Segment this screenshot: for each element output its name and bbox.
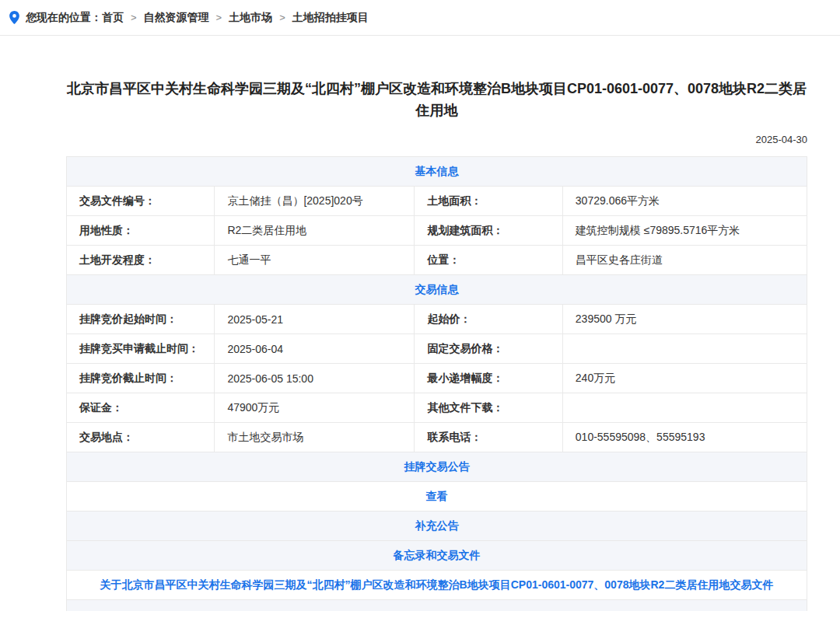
- breadcrumb-item[interactable]: 自然资源管理: [144, 11, 209, 23]
- section-header: 交易信息: [67, 275, 807, 305]
- breadcrumb-label: 您现在的位置：: [26, 11, 102, 25]
- link-cell: 关于北京市昌平区中关村生命科学园三期及“北四村”棚户区改造和环境整治B地块项目C…: [67, 571, 807, 600]
- field-label: 土地面积：: [415, 187, 562, 216]
- field-label: 土地开发程度：: [67, 246, 215, 275]
- field-value: 47900万元: [215, 393, 415, 423]
- link-cell: 查看: [67, 482, 807, 512]
- table-row: 挂牌竞价截止时间：2025-06-05 15:00最小递增幅度：240万元: [67, 364, 807, 393]
- breadcrumb-item[interactable]: 首页: [102, 11, 124, 23]
- field-label: 用地性质：: [67, 216, 215, 246]
- field-value: [562, 334, 807, 364]
- field-value: 30729.066平方米: [562, 187, 807, 216]
- link-row: 查看: [67, 482, 807, 512]
- publish-date: 2025-04-30: [66, 134, 807, 145]
- main-content: 北京市昌平区中关村生命科学园三期及“北四村”棚户区改造和环境整治B地块项目CP0…: [66, 36, 807, 611]
- field-label: 挂牌竞价截止时间：: [67, 364, 215, 393]
- section-header: 补充公告: [67, 512, 807, 541]
- field-value: 239500 万元: [562, 305, 807, 334]
- section-header: 基本信息: [67, 157, 807, 187]
- breadcrumb-separator: >: [279, 12, 285, 23]
- breadcrumb-item[interactable]: 土地招拍挂项目: [292, 11, 369, 23]
- section-row: 交易信息: [67, 275, 807, 305]
- section-row: 挂牌交易公告: [67, 452, 807, 482]
- section-row: 补充公告: [67, 512, 807, 541]
- breadcrumb-item[interactable]: 土地市场: [229, 11, 272, 23]
- section-row: 备忘录和交易文件: [67, 541, 807, 571]
- field-label: 其他文件下载：: [415, 393, 562, 423]
- breadcrumb-separator: >: [131, 12, 137, 23]
- field-label: 最小递增幅度：: [415, 364, 562, 393]
- field-label: 规划建筑面积：: [415, 216, 562, 246]
- field-label: 保证金：: [67, 393, 215, 423]
- field-value: 京土储挂（昌）[2025]020号: [215, 187, 415, 216]
- document-link[interactable]: 关于北京市昌平区中关村生命科学园三期及“北四村”棚户区改造和环境整治B地块项目C…: [100, 578, 774, 591]
- field-label: 挂牌竞价起始时间：: [67, 305, 215, 334]
- field-label: 起始价：: [415, 305, 562, 334]
- field-value: 2025-05-21: [215, 305, 415, 334]
- section-header: 备忘录和交易文件: [67, 541, 807, 571]
- field-value: 2025-06-04: [215, 334, 415, 364]
- field-label: 交易地点：: [67, 423, 215, 452]
- table-row: 挂牌竞买申请截止时间：2025-06-04固定交易价格：: [67, 334, 807, 364]
- table-row: 挂牌竞价起始时间：2025-05-21起始价：239500 万元: [67, 305, 807, 334]
- field-label: 联系电话：: [415, 423, 562, 452]
- breadcrumb-items: 首页>自然资源管理>土地市场>土地招拍挂项目: [102, 11, 369, 25]
- field-label: 挂牌竞买申请截止时间：: [67, 334, 215, 364]
- field-value: 240万元: [562, 364, 807, 393]
- breadcrumb: 您现在的位置： 首页>自然资源管理>土地市场>土地招拍挂项目: [0, 0, 840, 36]
- section-header: 挂牌交易公告: [67, 452, 807, 482]
- field-label: 固定交易价格：: [415, 334, 562, 364]
- info-table: 基本信息交易文件编号：京土储挂（昌）[2025]020号土地面积：30729.0…: [66, 156, 807, 600]
- link-row: 关于北京市昌平区中关村生命科学园三期及“北四村”棚户区改造和环境整治B地块项目C…: [67, 571, 807, 600]
- field-label: 交易文件编号：: [67, 187, 215, 216]
- field-value: 010-55595098、55595193: [562, 423, 807, 452]
- table-row: 用地性质：R2二类居住用地规划建筑面积：建筑控制规模 ≤79895.5716平方…: [67, 216, 807, 246]
- location-pin-icon: [9, 11, 19, 24]
- field-value: 市土地交易市场: [215, 423, 415, 452]
- field-value: 昌平区史各庄街道: [562, 246, 807, 275]
- field-value: R2二类居住用地: [215, 216, 415, 246]
- field-value: [562, 393, 807, 423]
- field-value: 七通一平: [215, 246, 415, 275]
- table-row: 土地开发程度：七通一平位置：昌平区史各庄街道: [67, 246, 807, 275]
- section-row: 基本信息: [67, 157, 807, 187]
- breadcrumb-separator: >: [216, 12, 222, 23]
- table-row: 交易文件编号：京土储挂（昌）[2025]020号土地面积：30729.066平方…: [67, 187, 807, 216]
- table-row: 交易地点：市土地交易市场联系电话：010-55595098、55595193: [67, 423, 807, 452]
- page-title: 北京市昌平区中关村生命科学园三期及“北四村”棚户区改造和环境整治B地块项目CP0…: [66, 78, 807, 121]
- document-link[interactable]: 查看: [426, 490, 448, 502]
- field-label: 位置：: [415, 246, 562, 275]
- field-value: 建筑控制规模 ≤79895.5716平方米: [562, 216, 807, 246]
- table-row: 保证金：47900万元其他文件下载：: [67, 393, 807, 423]
- field-value: 2025-06-05 15:00: [215, 364, 415, 393]
- cutoff-next-row: [66, 600, 807, 611]
